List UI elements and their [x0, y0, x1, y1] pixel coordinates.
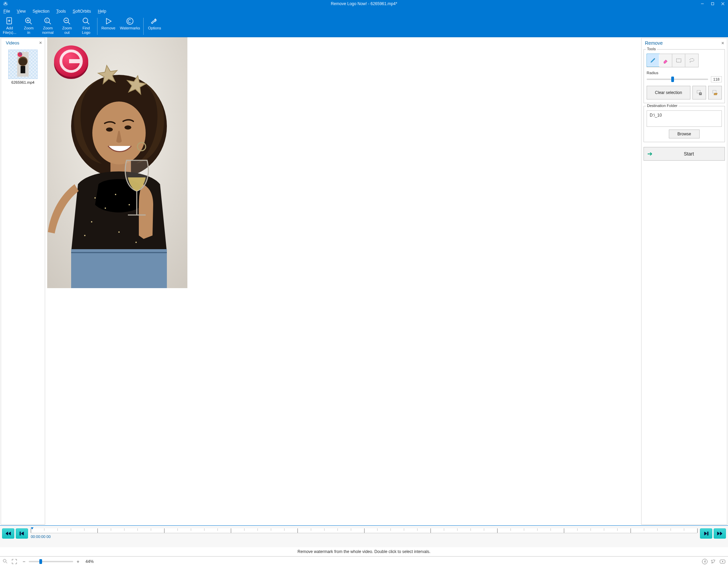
svg-point-26	[105, 207, 106, 209]
toolbar-find-logo[interactable]: Find Logo	[77, 16, 96, 36]
destination-section: Destination Folder D:\_10 Browse	[644, 106, 725, 142]
play-icon	[104, 17, 113, 25]
toolbar-remove[interactable]: Remove	[99, 16, 118, 36]
timeline-next-interval[interactable]	[714, 528, 726, 539]
zoom-in-small[interactable]: +	[75, 559, 81, 564]
video-thumb-caption: 6265961.mp4	[6, 80, 40, 84]
svg-point-25	[94, 197, 96, 199]
svg-rect-43	[20, 532, 21, 535]
tools-section: Tools Radius	[644, 49, 725, 103]
clear-selection-button[interactable]: Clear selection	[647, 86, 690, 99]
app-icon	[2, 0, 9, 7]
svg-rect-3	[712, 3, 714, 5]
copyright-icon	[125, 17, 135, 25]
svg-point-28	[129, 204, 130, 205]
timeline-ruler[interactable]: 00:00:00 00	[31, 528, 697, 545]
preview-image[interactable]	[47, 37, 187, 288]
remove-panel-close[interactable]: ✕	[721, 41, 724, 45]
zoom-out-small[interactable]: −	[21, 559, 27, 564]
svg-point-9	[83, 18, 88, 23]
remove-panel-title: Remove	[645, 40, 663, 46]
toolbar-separator	[97, 18, 97, 35]
add-file-icon	[5, 17, 14, 25]
video-thumb[interactable]: 6265961.mp4	[6, 50, 40, 84]
svg-rect-13	[21, 66, 25, 73]
tool-buttons	[647, 54, 699, 67]
fullscreen-icon[interactable]	[11, 558, 18, 565]
menu-softorbits[interactable]: SoftOrbits	[73, 9, 91, 14]
svg-point-33	[118, 231, 120, 233]
start-button[interactable]: ➔ Start	[644, 147, 725, 161]
titlebar: Remove Logo Now! - 6265961.mp4*	[0, 0, 728, 8]
videos-panel-close[interactable]: ✕	[39, 41, 42, 45]
zoom-value: 44%	[85, 559, 94, 564]
start-arrow-icon: ➔	[647, 150, 652, 158]
zoom-out-icon	[62, 17, 72, 25]
window-title: Remove Logo Now! - 6265961.mp4*	[331, 1, 397, 6]
menu-view[interactable]: View	[17, 9, 26, 14]
svg-rect-44	[707, 532, 708, 535]
destination-legend: Destination Folder	[646, 104, 678, 108]
find-logo-icon	[81, 17, 91, 25]
playhead-icon[interactable]	[31, 527, 34, 529]
remove-panel: Remove ✕ Tools	[641, 38, 727, 525]
svg-point-27	[115, 194, 116, 195]
menu-selection[interactable]: Selection	[32, 9, 49, 14]
close-button[interactable]	[718, 0, 728, 8]
svg-point-10	[127, 18, 133, 25]
zoom-normal-icon: 1	[43, 17, 53, 25]
svg-point-20	[106, 127, 113, 132]
tool-lasso[interactable]	[685, 54, 698, 67]
svg-point-34	[135, 242, 137, 243]
toolbar-options[interactable]: Options	[145, 16, 164, 36]
radius-label: Radius	[647, 71, 722, 75]
toolbar-watermarks[interactable]: Watermarks	[118, 16, 142, 36]
content: Videos ✕	[0, 37, 728, 525]
maximize-button[interactable]	[707, 0, 718, 8]
youtube-icon[interactable]	[719, 558, 726, 565]
minimize-button[interactable]	[697, 0, 707, 8]
fit-window-icon[interactable]	[2, 558, 9, 565]
zoom-in-icon	[24, 17, 34, 25]
destination-path[interactable]: D:\_10	[647, 110, 722, 127]
menu-help[interactable]: Help	[98, 9, 106, 14]
menu-file[interactable]: File	[3, 9, 10, 14]
toolbar-zoom-in[interactable]: Zoom in	[19, 16, 38, 36]
canvas[interactable]	[45, 37, 641, 525]
timeline-prev-frame[interactable]	[16, 528, 28, 539]
toolbar-zoom-out[interactable]: Zoom out	[57, 16, 77, 36]
videos-panel: Videos ✕	[1, 38, 45, 525]
timeline-next-frame[interactable]	[700, 528, 712, 539]
tool-rect-select[interactable]	[672, 54, 685, 67]
tool-marker[interactable]	[647, 54, 660, 67]
facebook-icon[interactable]	[701, 558, 708, 565]
menu-tools[interactable]: Tools	[56, 9, 66, 14]
tool-eraser[interactable]	[659, 54, 672, 67]
radius-slider-thumb[interactable]	[671, 77, 674, 82]
twitter-icon[interactable]	[710, 558, 717, 565]
timeline: 00:00:00 00	[0, 525, 728, 547]
zoom-slider-thumb[interactable]	[39, 559, 42, 564]
svg-point-45	[3, 559, 6, 562]
menubar: File View Selection Tools SoftOrbits Hel…	[0, 8, 728, 15]
zoom-slider[interactable]	[29, 561, 73, 562]
timecode: 00:00:00 00	[31, 535, 697, 539]
hint-bar: Remove watermark from the whole video. D…	[0, 547, 728, 556]
save-selection-button[interactable]	[692, 86, 706, 99]
svg-rect-40	[676, 59, 681, 62]
statusbar: − + 44%	[0, 556, 728, 566]
svg-point-32	[84, 235, 85, 236]
toolbar-add-files[interactable]: Add File(s)...	[0, 16, 19, 36]
tools-legend: Tools	[646, 47, 657, 51]
svg-point-21	[124, 125, 131, 130]
radius-slider[interactable]	[647, 79, 708, 80]
svg-point-30	[91, 221, 92, 223]
toolbar-zoom-normal[interactable]: 1 Zoom normal	[38, 16, 57, 36]
toolbar-separator	[143, 18, 144, 35]
radius-value[interactable]: 118	[711, 76, 722, 82]
videos-list: 6265961.mp4	[1, 48, 45, 524]
toolbar: Add File(s)... Zoom in 1 Zoom normal Zoo…	[0, 15, 728, 37]
load-selection-button[interactable]	[708, 86, 722, 99]
browse-button[interactable]: Browse	[669, 130, 700, 138]
timeline-prev-interval[interactable]	[2, 528, 14, 539]
